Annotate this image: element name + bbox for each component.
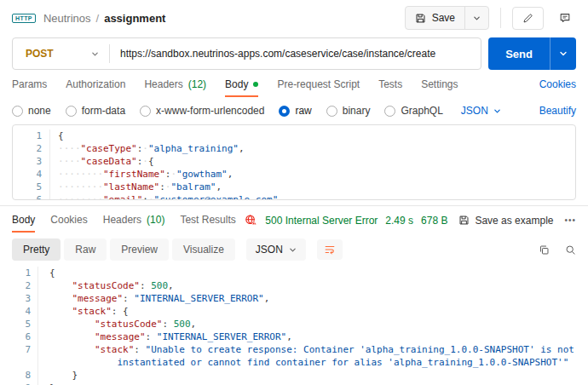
more-options-icon[interactable]: ••• — [561, 215, 576, 225]
response-tabs: Body Cookies Headers(10) Test Results — [12, 214, 236, 233]
method-selector[interactable]: POST — [13, 48, 109, 60]
tab-pre-request-script[interactable]: Pre-request Script — [277, 78, 360, 97]
beautify-link[interactable]: Beautify — [539, 105, 576, 117]
code-line: 2····"caseType":·"alpha_training", — [13, 142, 575, 155]
resp-tab-headers[interactable]: Headers(10) — [103, 214, 165, 233]
radio-label: x-www-form-urlencoded — [156, 105, 264, 117]
tab-settings[interactable]: Settings — [421, 78, 458, 97]
radio-binary[interactable]: binary — [326, 105, 371, 117]
chevron-down-icon — [493, 107, 501, 115]
url-input[interactable] — [110, 48, 481, 60]
view-raw-button[interactable]: Raw — [64, 238, 107, 261]
send-split-button: Send — [488, 37, 576, 70]
resp-tab-cookies[interactable]: Cookies — [50, 214, 87, 233]
send-options-button[interactable] — [550, 37, 576, 70]
code-line: 5········"lastName":·"balram", — [13, 181, 575, 193]
search-icon[interactable] — [565, 244, 576, 256]
line-text: "stack": "Unable to create response: Con… — [38, 343, 574, 356]
request-url-row: POST Send — [0, 36, 588, 70]
line-number: 3 — [13, 155, 50, 168]
radio-raw[interactable]: raw — [279, 105, 311, 117]
http-request-icon: HTTP — [12, 14, 36, 23]
tab-count: (12) — [188, 78, 206, 90]
line-number: 2 — [13, 142, 50, 155]
tab-body[interactable]: Body — [225, 78, 258, 97]
code-line: 7 "stack": "Unable to create response: C… — [12, 343, 576, 356]
radio-x-www-form-urlencoded[interactable]: x-www-form-urlencoded — [140, 105, 264, 117]
tab-label: Authorization — [66, 78, 125, 90]
tab-authorization[interactable]: Authorization — [66, 78, 125, 97]
line-text: { — [50, 129, 64, 142]
request-body-editor[interactable]: 1{2····"caseType":·"alpha_training",3···… — [12, 124, 576, 200]
view-visualize-button[interactable]: Visualize — [172, 238, 235, 261]
code-line: 5 "statusCode": 500, — [12, 318, 576, 330]
radio-label: raw — [295, 105, 311, 117]
radio-graphql[interactable]: GraphQL — [384, 105, 442, 117]
line-text: ········"lastName":·"balram", — [50, 181, 222, 193]
code-line: instantiated or cannot find container fo… — [12, 356, 576, 369]
comments-button[interactable] — [554, 7, 576, 29]
response-status: 500 Internal Server Error — [265, 215, 378, 227]
tab-label: Tests — [378, 78, 402, 90]
line-text: instantiated or cannot find container fo… — [38, 356, 568, 369]
radio-icon — [12, 106, 23, 117]
line-number: 1 — [13, 129, 50, 142]
radio-icon — [66, 106, 77, 117]
line-text: "statusCode": 500, — [38, 279, 174, 292]
radio-icon — [384, 106, 395, 117]
unsaved-changes-dot — [253, 82, 258, 87]
url-container: POST — [12, 37, 481, 70]
vertical-divider — [500, 8, 501, 28]
line-text: } — [38, 369, 78, 382]
response-section: Body Cookies Headers(10) Test Results 50… — [0, 205, 588, 385]
resp-tab-body[interactable]: Body — [12, 214, 35, 233]
response-language-select[interactable]: JSON — [246, 238, 306, 261]
resp-tab-test-results[interactable]: Test Results — [180, 214, 235, 233]
line-number: 6 — [12, 330, 38, 343]
copy-icon[interactable] — [539, 244, 550, 256]
radio-form-data[interactable]: form-data — [66, 105, 125, 117]
code-line: 8 } — [12, 369, 576, 382]
line-text: "message": "INTERNAL_SERVER_ERROR", — [38, 330, 292, 343]
line-number: 4 — [12, 305, 38, 318]
radio-none[interactable]: none — [12, 105, 51, 117]
radio-icon — [279, 106, 290, 117]
response-toolbar: Pretty Raw Preview Visualize JSON — [0, 233, 588, 261]
save-button[interactable]: Save — [406, 7, 464, 29]
save-options-button[interactable] — [464, 7, 488, 29]
line-text: "statusCode": 500, — [38, 318, 196, 330]
pencil-icon — [522, 13, 533, 24]
request-language-select[interactable]: JSON — [461, 105, 501, 117]
tab-params[interactable]: Params — [12, 78, 47, 97]
code-line: 9} — [12, 382, 576, 385]
code-line: 3····"caseData":·{ — [13, 155, 575, 168]
edit-button[interactable] — [512, 7, 544, 30]
response-header: Body Cookies Headers(10) Test Results 50… — [0, 206, 588, 233]
line-number: 5 — [12, 318, 38, 330]
wrap-lines-button[interactable] — [317, 239, 343, 260]
breadcrumb-collection[interactable]: Neutrinos — [43, 12, 91, 25]
line-text: ········"firstName":·"gowtham", — [50, 168, 233, 181]
wrap-text-icon — [324, 244, 336, 256]
request-tabs: Params Authorization Headers(12) Body Pr… — [0, 70, 588, 97]
view-preview-button[interactable]: Preview — [110, 238, 169, 261]
response-meta: 500 Internal Server Error 2.49 s 678 B S… — [245, 214, 576, 227]
cookies-link[interactable]: Cookies — [539, 78, 576, 90]
line-text: ····"caseData":·{ — [50, 155, 154, 168]
tab-headers[interactable]: Headers(12) — [144, 78, 206, 97]
send-button[interactable]: Send — [488, 37, 550, 70]
tab-tests[interactable]: Tests — [378, 78, 402, 97]
radio-icon — [140, 106, 151, 117]
code-line: 1{ — [12, 267, 576, 279]
radio-label: GraphQL — [401, 105, 442, 117]
tab-label: Settings — [421, 78, 458, 90]
network-error-icon — [245, 214, 257, 227]
save-as-example-button[interactable]: Save as example — [458, 215, 553, 227]
body-mode-row: none form-data x-www-form-urlencoded raw… — [0, 97, 588, 124]
chevron-down-icon — [289, 246, 297, 254]
code-line: 6········"email":·"customer@example.com" — [13, 193, 575, 200]
line-number: 3 — [12, 292, 38, 305]
view-pretty-button[interactable]: Pretty — [12, 238, 61, 261]
postman-window: HTTP Neutrinos / assignment Save — [0, 0, 588, 385]
comment-icon — [559, 12, 571, 24]
